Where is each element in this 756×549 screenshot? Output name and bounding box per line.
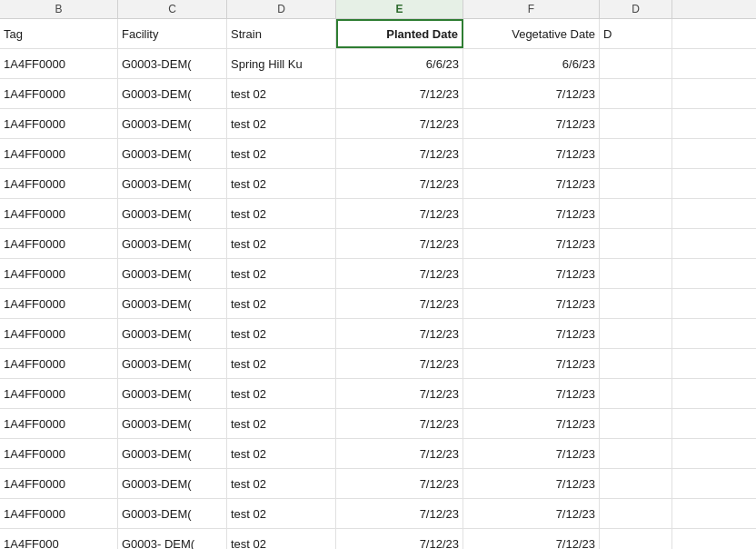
cell-tag: 1A4FF0000 <box>0 169 118 198</box>
cell-facility: G0003-DEM( <box>118 349 227 378</box>
cell-planted-date: 7/12/23 <box>336 499 463 528</box>
cell-facility: G0003-DEM( <box>118 439 227 468</box>
cell-tag: 1A4FF0000 <box>0 349 118 378</box>
table-row[interactable]: 1A4FF0000G0003-DEM(test 027/12/237/12/23 <box>0 109 756 139</box>
cell-strain: test 02 <box>227 199 336 228</box>
cell-vegetative-date: 7/12/23 <box>463 139 600 168</box>
cell-d <box>600 469 672 498</box>
cell-strain: test 02 <box>227 79 336 108</box>
cell-facility: G0003-DEM( <box>118 319 227 348</box>
cell-strain: test 02 <box>227 259 336 288</box>
cell-planted-date: 7/12/23 <box>336 469 463 498</box>
cell-tag: 1A4FF0000 <box>0 409 118 438</box>
cell-strain: test 02 <box>227 529 336 549</box>
table-row[interactable]: 1A4FF0000G0003-DEM(test 027/12/237/12/23 <box>0 139 756 169</box>
cell-planted-date: 7/12/23 <box>336 289 463 318</box>
cell-facility: G0003-DEM( <box>118 169 227 198</box>
cell-strain: test 02 <box>227 229 336 258</box>
cell-vegetative-date: 7/12/23 <box>463 439 600 468</box>
cell-vegetative-date: 7/12/23 <box>463 169 600 198</box>
field-header-planted-date[interactable]: Planted Date <box>336 19 463 48</box>
cell-planted-date: 7/12/23 <box>336 379 463 408</box>
cell-d <box>600 79 672 108</box>
cell-strain: test 02 <box>227 349 336 378</box>
cell-planted-date: 7/12/23 <box>336 349 463 378</box>
cell-facility: G0003-DEM( <box>118 469 227 498</box>
cell-d <box>600 199 672 228</box>
cell-planted-date: 7/12/23 <box>336 229 463 258</box>
table-row[interactable]: 1A4FF0000G0003-DEM(test 027/12/237/12/23 <box>0 259 756 289</box>
cell-strain: test 02 <box>227 409 336 438</box>
cell-vegetative-date: 7/12/23 <box>463 349 600 378</box>
cell-strain: test 02 <box>227 439 336 468</box>
table-row[interactable]: 1A4FF000G0003- DEM(test 027/12/237/12/23 <box>0 529 756 549</box>
cell-strain: test 02 <box>227 499 336 528</box>
table-row[interactable]: 1A4FF0000G0003-DEM(test 027/12/237/12/23 <box>0 499 756 529</box>
cell-d <box>600 169 672 198</box>
table-row[interactable]: 1A4FF0000G0003-DEM(test 027/12/237/12/23 <box>0 379 756 409</box>
table-row[interactable]: 1A4FF0000G0003-DEM(test 027/12/237/12/23 <box>0 469 756 499</box>
cell-strain: test 02 <box>227 289 336 318</box>
cell-facility: G0003-DEM( <box>118 49 227 78</box>
cell-vegetative-date: 7/12/23 <box>463 289 600 318</box>
table-row[interactable]: 1A4FF0000G0003-DEM(Spring Hill Ku6/6/236… <box>0 49 756 79</box>
cell-facility: G0003-DEM( <box>118 79 227 108</box>
cell-d <box>600 529 672 549</box>
cell-vegetative-date: 7/12/23 <box>463 409 600 438</box>
cell-tag: 1A4FF0000 <box>0 109 118 138</box>
cell-vegetative-date: 7/12/23 <box>463 319 600 348</box>
cell-facility: G0003-DEM( <box>118 259 227 288</box>
table-row[interactable]: 1A4FF0000G0003-DEM(test 027/12/237/12/23 <box>0 79 756 109</box>
cell-vegetative-date: 7/12/23 <box>463 259 600 288</box>
cell-facility: G0003-DEM( <box>118 379 227 408</box>
cell-tag: 1A4FF0000 <box>0 379 118 408</box>
col-header-d[interactable]: D <box>227 0 336 18</box>
col-header-g[interactable]: D <box>600 0 672 18</box>
col-header-e[interactable]: E <box>336 0 463 18</box>
col-header-f[interactable]: F <box>463 0 600 18</box>
table-row[interactable]: 1A4FF0000G0003-DEM(test 027/12/237/12/23 <box>0 229 756 259</box>
field-header-strain: Strain <box>227 19 336 48</box>
cell-d <box>600 439 672 468</box>
cell-vegetative-date: 7/12/23 <box>463 499 600 528</box>
cell-vegetative-date: 7/12/23 <box>463 229 600 258</box>
cell-strain: test 02 <box>227 169 336 198</box>
cell-d <box>600 379 672 408</box>
table-row[interactable]: 1A4FF0000G0003-DEM(test 027/12/237/12/23 <box>0 169 756 199</box>
cell-facility: G0003-DEM( <box>118 109 227 138</box>
table-row[interactable]: 1A4FF0000G0003-DEM(test 027/12/237/12/23 <box>0 199 756 229</box>
table-row[interactable]: 1A4FF0000G0003-DEM(test 027/12/237/12/23 <box>0 349 756 379</box>
cell-planted-date: 7/12/23 <box>336 79 463 108</box>
table-row[interactable]: 1A4FF0000G0003-DEM(test 027/12/237/12/23 <box>0 409 756 439</box>
cell-vegetative-date: 7/12/23 <box>463 79 600 108</box>
cell-vegetative-date: 7/12/23 <box>463 199 600 228</box>
cell-facility: G0003-DEM( <box>118 229 227 258</box>
cell-d <box>600 139 672 168</box>
cell-facility: G0003-DEM( <box>118 289 227 318</box>
cell-tag: 1A4FF0000 <box>0 229 118 258</box>
cell-d <box>600 499 672 528</box>
cell-facility: G0003-DEM( <box>118 499 227 528</box>
cell-tag: 1A4FF0000 <box>0 499 118 528</box>
cell-d <box>600 109 672 138</box>
field-header-row: Tag Facility Strain Planted Date Vegetat… <box>0 19 756 49</box>
cell-planted-date: 7/12/23 <box>336 409 463 438</box>
cell-vegetative-date: 6/6/23 <box>463 49 600 78</box>
cell-planted-date: 7/12/23 <box>336 259 463 288</box>
col-header-b[interactable]: B <box>0 0 118 18</box>
spreadsheet: B C D E F D Tag Facility Strain Planted … <box>0 0 756 549</box>
col-header-c[interactable]: C <box>118 0 227 18</box>
cell-facility: G0003-DEM( <box>118 409 227 438</box>
cell-tag: 1A4FF0000 <box>0 469 118 498</box>
cell-planted-date: 7/12/23 <box>336 439 463 468</box>
cell-d <box>600 319 672 348</box>
table-row[interactable]: 1A4FF0000G0003-DEM(test 027/12/237/12/23 <box>0 289 756 319</box>
table-row[interactable]: 1A4FF0000G0003-DEM(test 027/12/237/12/23 <box>0 319 756 349</box>
cell-strain: Spring Hill Ku <box>227 49 336 78</box>
cell-strain: test 02 <box>227 469 336 498</box>
table-row[interactable]: 1A4FF0000G0003-DEM(test 027/12/237/12/23 <box>0 439 756 469</box>
cell-planted-date: 7/12/23 <box>336 109 463 138</box>
cell-vegetative-date: 7/12/23 <box>463 109 600 138</box>
cell-planted-date: 7/12/23 <box>336 169 463 198</box>
cell-d <box>600 229 672 258</box>
